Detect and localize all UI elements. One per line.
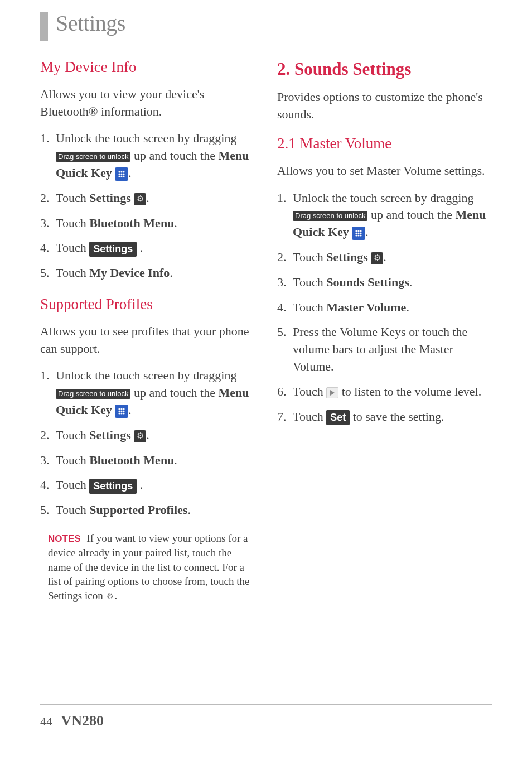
menu-quick-key-icon [115,405,128,418]
list-item: 5. Press the Volume Keys or touch the vo… [277,324,492,375]
page-number: 44 [40,714,52,728]
gear-icon: ⚙ [105,592,114,601]
svg-point-23 [360,233,362,234]
step-text: up and touch the [134,148,219,162]
play-icon [326,387,338,398]
svg-point-11 [123,408,125,410]
heading-supported-profiles: Supported Profiles [40,294,255,315]
svg-point-9 [119,408,120,410]
menu-quick-key-icon [352,227,365,240]
list-item: 3. Touch Bluetooth Menu. [40,215,255,232]
bluetooth-menu-label: Bluetooth Menu [89,453,174,467]
header-accent [40,12,48,41]
list-item: 4. Touch Master Volume. [277,299,492,316]
my-device-info-label: My Device Info [89,266,170,280]
notes-block: NOTES If you want to view your options f… [48,531,255,603]
device-model: VN280 [61,713,104,729]
list-item: 4. Touch Settings . [40,477,255,494]
drag-unlock-badge: Drag screen to unlock [56,152,130,162]
menu-quick-key-icon [115,167,128,181]
list-item: 2. Touch Settings ⚙. [40,190,255,207]
supported-profiles-desc: Allows you to see profiles that your pho… [40,323,255,358]
drag-unlock-badge: Drag screen to unlock [56,389,130,399]
step-number: 4. [277,299,293,316]
notes-label: NOTES [48,533,81,544]
supported-profiles-steps: 1. Unlock the touch screen by dragging D… [40,367,255,519]
master-volume-desc: Allows you to set Master Volume settings… [277,162,492,180]
step-text: Touch [293,384,326,398]
svg-point-2 [123,171,125,172]
svg-point-0 [119,171,120,172]
svg-point-10 [121,408,123,410]
step-text: Touch [293,250,326,264]
step-text: Touch [56,216,89,230]
svg-point-8 [123,175,125,177]
step-text: to save the setting. [353,410,444,424]
step-number: 5. [40,264,56,282]
svg-point-21 [356,233,357,234]
page-footer: 44 VN280 [40,704,492,729]
settings-label: Settings [89,428,131,442]
svg-point-1 [121,171,123,172]
step-number: 6. [277,383,293,401]
page-header: Settings [40,10,492,41]
step-text: Touch [293,300,326,314]
list-item: 1. Unlock the touch screen by dragging D… [40,130,255,181]
svg-point-5 [123,173,125,175]
list-item: 5. Touch Supported Profiles. [40,502,255,519]
svg-point-24 [356,235,357,237]
step-number: 7. [277,408,293,426]
list-item: 2. Touch Settings ⚙. [277,249,492,266]
svg-point-20 [360,230,362,232]
list-item: 2. Touch Settings ⚙. [40,427,255,444]
gear-icon: ⚙ [371,252,383,264]
svg-point-13 [121,410,123,412]
step-number: 2. [40,427,56,444]
settings-button-badge: Settings [89,479,137,494]
list-item: 3. Touch Sounds Settings. [277,274,492,291]
step-number: 3. [40,215,56,232]
set-button-badge: Set [326,410,350,425]
svg-point-26 [360,235,362,237]
svg-point-4 [121,173,123,175]
svg-point-25 [358,235,360,237]
step-text: to listen to the volume level. [342,384,482,398]
bluetooth-menu-label: Bluetooth Menu [89,216,174,230]
step-text: Touch [56,240,89,254]
my-device-info-desc: Allows you to view your device's Bluetoo… [40,86,255,121]
svg-point-22 [358,233,360,234]
step-text: Touch [56,191,89,205]
step-text: Touch [56,478,89,492]
step-text: Unlock the touch screen by dragging [293,191,473,205]
step-text: Touch [293,275,326,289]
drag-unlock-badge: Drag screen to unlock [293,211,367,221]
step-text: up and touch the [134,386,219,400]
master-volume-label: Master Volume [326,300,406,314]
list-item: 5. Touch My Device Info. [40,264,255,282]
step-number: 1. [40,367,56,418]
step-text: Touch [293,410,326,424]
list-item: 7. Touch Set to save the setting. [277,408,492,426]
step-number: 2. [277,249,293,266]
svg-point-6 [119,175,120,177]
step-number: 3. [40,452,56,469]
step-number: 5. [40,502,56,519]
supported-profiles-label: Supported Profiles [89,503,187,517]
sounds-settings-desc: Provides options to customize the phone'… [277,89,492,123]
svg-point-18 [356,230,357,232]
list-item: 3. Touch Bluetooth Menu. [40,452,255,469]
list-item: 4. Touch Settings . [40,239,255,257]
svg-point-16 [121,412,123,414]
settings-button-badge: Settings [89,242,137,257]
svg-point-7 [121,175,123,177]
svg-point-19 [358,230,360,232]
list-item: 1. Unlock the touch screen by dragging D… [277,190,492,241]
gear-icon: ⚙ [134,193,146,205]
master-volume-steps: 1. Unlock the touch screen by dragging D… [277,190,492,426]
svg-point-15 [119,412,120,414]
settings-label: Settings [326,250,368,264]
step-number: 2. [40,190,56,207]
step-text: Unlock the touch screen by dragging [56,368,236,382]
list-item: 6. Touch to listen to the volume level. [277,383,492,401]
my-device-info-steps: 1. Unlock the touch screen by dragging D… [40,130,255,282]
